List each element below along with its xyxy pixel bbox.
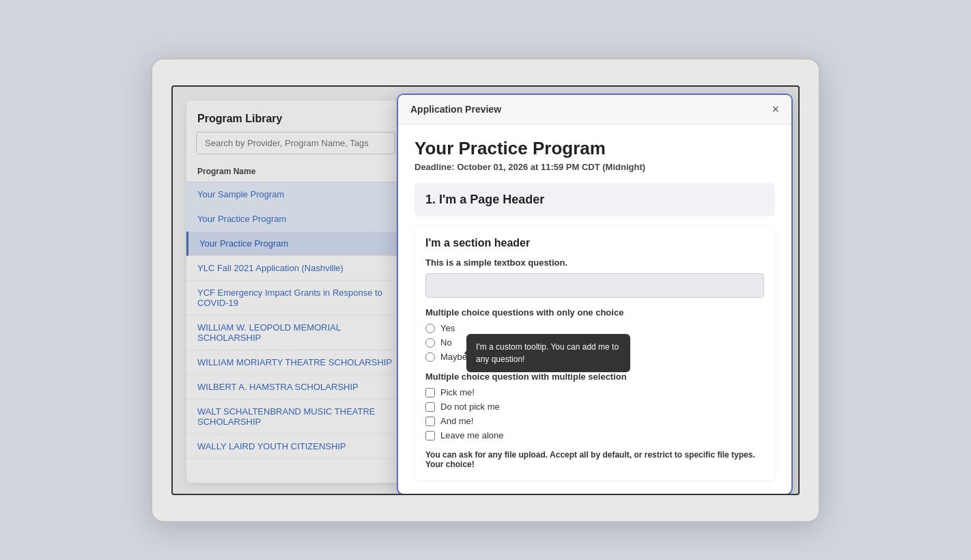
- page-header-section: 1. I'm a Page Header: [414, 183, 775, 216]
- textbox-question-block: This is a simple textbox question.: [425, 257, 764, 298]
- radio-item-yes[interactable]: Yes: [425, 323, 764, 333]
- radio-yes[interactable]: [425, 324, 435, 333]
- custom-tooltip: I'm a custom tooltip. You can add me to …: [466, 334, 630, 372]
- deadline-value: October 01, 2026 at 11:59 PM CDT (Midnig…: [457, 162, 645, 172]
- checkbox-label-4: Leave me alone: [440, 430, 504, 440]
- application-deadline: Deadline: October 01, 2026 at 11:59 PM C…: [414, 162, 775, 172]
- checkbox-pick-me[interactable]: [425, 388, 435, 397]
- checkbox-group: Pick me! Do not pick me And me!: [425, 387, 764, 440]
- checkbox-label-3: And me!: [440, 416, 473, 426]
- modal-body: Your Practice Program Deadline: October …: [398, 124, 791, 494]
- checkbox-and-me[interactable]: [425, 417, 435, 426]
- modal-header: Application Preview ×: [398, 95, 791, 124]
- laptop-frame: Program Library Program Name Your Sample…: [151, 58, 820, 522]
- textbox-question-label: This is a simple textbox question.: [425, 257, 764, 268]
- page-header-title: 1. I'm a Page Header: [425, 193, 764, 207]
- laptop-screen: Program Library Program Name Your Sample…: [171, 85, 800, 495]
- checkbox-item-4[interactable]: Leave me alone: [425, 430, 764, 440]
- checkbox-item-1[interactable]: Pick me!: [425, 387, 764, 397]
- radio-maybe[interactable]: [425, 352, 435, 362]
- radio-question-block: Multiple choice questions with only one …: [425, 307, 764, 362]
- deadline-label: Deadline:: [414, 162, 455, 172]
- section-header: I'm a section header: [425, 237, 764, 249]
- checkbox-question-label: Multiple choice question with multiple s…: [425, 372, 764, 382]
- application-title: Your Practice Program: [414, 138, 775, 159]
- radio-question-label: Multiple choice questions with only one …: [425, 307, 764, 318]
- textbox-input[interactable]: [425, 273, 764, 298]
- checkbox-label-2: Do not pick me: [440, 402, 500, 412]
- checkbox-label-1: Pick me!: [440, 387, 475, 397]
- checkbox-item-3[interactable]: And me!: [425, 416, 764, 426]
- checkbox-leave-me[interactable]: [425, 431, 435, 440]
- modal-title: Application Preview: [410, 104, 501, 115]
- modal-close-button[interactable]: ×: [772, 103, 779, 115]
- modal-overlay: Application Preview × Your Practice Prog…: [173, 87, 798, 494]
- radio-group: Yes No Maybe So I'm a cus: [425, 323, 764, 362]
- radio-yes-label: Yes: [440, 323, 455, 333]
- file-upload-note: You can ask for any file upload. Accept …: [425, 450, 764, 469]
- checkbox-item-2[interactable]: Do not pick me: [425, 402, 764, 412]
- checkbox-question-block: Multiple choice question with multiple s…: [425, 372, 764, 440]
- radio-no[interactable]: [425, 338, 435, 348]
- checkbox-do-not-pick[interactable]: [425, 402, 435, 412]
- form-card: I'm a section header This is a simple te…: [414, 226, 775, 480]
- radio-no-label: No: [440, 337, 452, 348]
- application-preview-modal: Application Preview × Your Practice Prog…: [397, 94, 793, 495]
